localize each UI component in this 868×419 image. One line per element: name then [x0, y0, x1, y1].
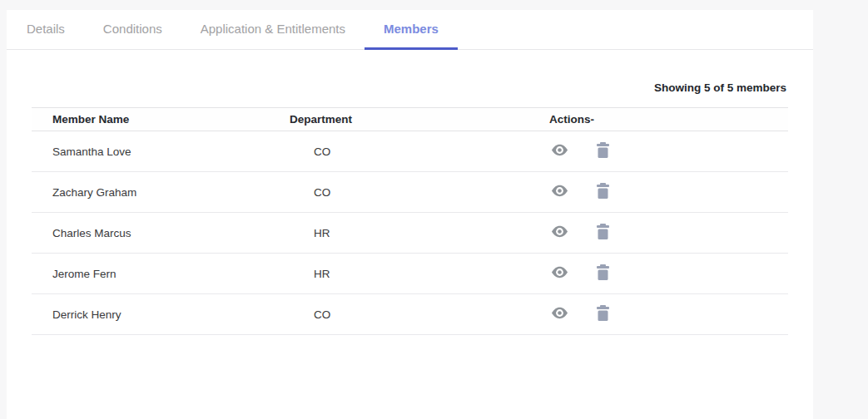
member-department: CO	[290, 308, 549, 321]
view-member-button[interactable]	[551, 225, 568, 240]
tab-members[interactable]: Members	[365, 10, 458, 50]
row-actions	[549, 264, 788, 283]
column-header-actions: Actions-	[549, 113, 788, 126]
table-row: Zachary Graham CO	[32, 172, 788, 213]
eye-icon	[551, 144, 568, 159]
view-member-button[interactable]	[551, 144, 568, 159]
table-row: Samantha Love CO	[32, 131, 788, 172]
trash-icon	[596, 142, 610, 160]
table-row: Charles Marcus HR	[32, 213, 788, 254]
row-actions	[549, 305, 788, 323]
member-name: Jerome Fern	[32, 268, 290, 280]
eye-icon	[551, 185, 568, 200]
member-department: HR	[290, 227, 549, 239]
members-table: Member Name Department Actions- Samantha…	[32, 107, 788, 335]
column-header-member-name: Member Name	[32, 113, 290, 126]
row-actions	[549, 142, 788, 160]
tab-details[interactable]: Details	[7, 10, 84, 50]
column-header-department: Department	[290, 113, 549, 126]
tab-conditions[interactable]: Conditions	[84, 10, 181, 50]
member-count-summary: Showing 5 of 5 members	[7, 81, 786, 94]
row-actions	[549, 224, 788, 242]
view-member-button[interactable]	[551, 185, 568, 200]
row-actions	[549, 183, 788, 201]
trash-icon	[596, 224, 610, 242]
member-name: Zachary Graham	[32, 186, 290, 199]
table-row: Derrick Henry CO	[32, 294, 788, 335]
member-department: HR	[290, 268, 549, 280]
delete-member-button[interactable]	[596, 305, 610, 323]
view-member-button[interactable]	[551, 307, 568, 322]
table-header-row: Member Name Department Actions-	[32, 107, 788, 131]
member-department: CO	[290, 186, 549, 199]
view-member-button[interactable]	[551, 266, 568, 281]
eye-icon	[551, 225, 568, 240]
tab-application-entitlements[interactable]: Application & Entitlements	[181, 10, 365, 50]
trash-icon	[596, 264, 610, 283]
tab-bar: Details Conditions Application & Entitle…	[7, 10, 813, 50]
delete-member-button[interactable]	[596, 142, 610, 160]
delete-member-button[interactable]	[596, 264, 610, 283]
trash-icon	[596, 305, 610, 323]
member-name: Derrick Henry	[32, 308, 290, 321]
trash-icon	[596, 183, 610, 201]
eye-icon	[551, 266, 568, 281]
member-name: Samantha Love	[32, 145, 290, 158]
table-row: Jerome Fern HR	[32, 254, 788, 294]
delete-member-button[interactable]	[596, 183, 610, 201]
eye-icon	[551, 307, 568, 322]
member-department: CO	[290, 145, 549, 158]
delete-member-button[interactable]	[596, 224, 610, 242]
content-card: Details Conditions Application & Entitle…	[7, 10, 813, 419]
member-name: Charles Marcus	[32, 227, 290, 239]
